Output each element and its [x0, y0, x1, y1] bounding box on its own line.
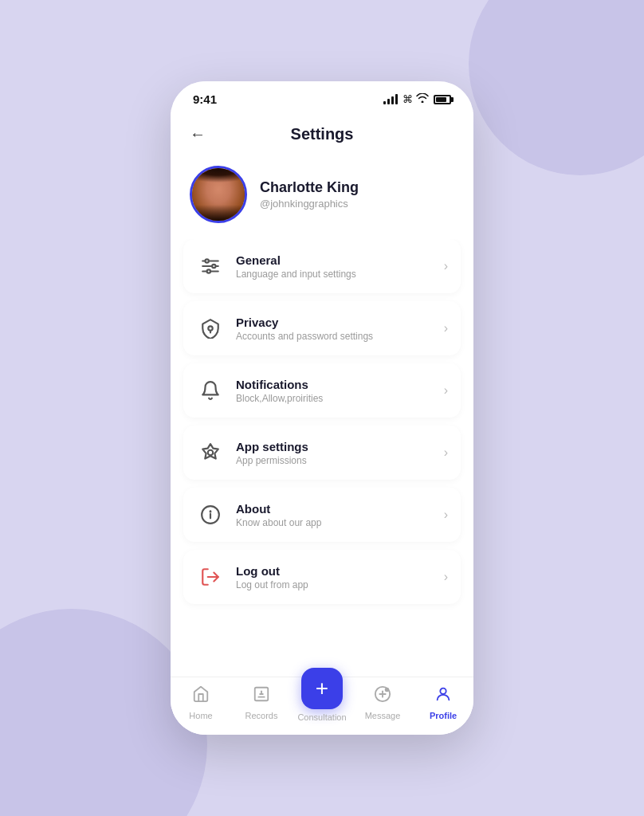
about-icon	[196, 500, 225, 529]
profile-info: Charlotte King @johnkinggraphics	[260, 179, 454, 210]
app-settings-title: App settings	[236, 440, 433, 453]
about-text: About Know about our app	[236, 502, 433, 528]
page-header: ← Settings	[171, 112, 473, 153]
settings-item-logout[interactable]: Log out Log out from app ›	[183, 550, 461, 604]
notifications-text: Notifications Block,Allow,proirities	[236, 378, 433, 404]
privacy-title: Privacy	[236, 316, 433, 329]
svg-marker-8	[202, 444, 218, 458]
svg-point-4	[212, 265, 215, 268]
page-title: Settings	[291, 125, 354, 143]
nav-item-records[interactable]: Records	[231, 685, 292, 720]
settings-list: General Language and input settings › Pr…	[171, 239, 473, 677]
home-label: Home	[189, 711, 212, 720]
records-icon	[253, 685, 270, 708]
avatar-hair-bottom	[192, 205, 245, 221]
nav-item-consultation[interactable]: + Consultation	[292, 684, 352, 722]
status-bar: 9:41 ⌘	[171, 81, 473, 112]
about-title: About	[236, 502, 433, 516]
signal-icon	[383, 94, 398, 104]
nav-item-home[interactable]: Home	[171, 685, 231, 720]
notifications-chevron: ›	[444, 383, 448, 398]
profile-handle: @johnkinggraphics	[260, 198, 454, 210]
status-time: 9:41	[193, 92, 217, 106]
profile-nav-icon	[434, 685, 452, 708]
status-icons: ⌘	[383, 93, 451, 105]
general-icon	[196, 252, 225, 280]
back-button[interactable]: ←	[190, 125, 206, 143]
about-subtitle: Know about our app	[236, 517, 433, 528]
phone-frame: 9:41 ⌘ ← Settings	[171, 81, 473, 735]
battery-icon	[434, 95, 451, 104]
privacy-icon	[196, 314, 225, 343]
app-settings-text: App settings App permissions	[236, 440, 433, 466]
avatar-image	[192, 168, 245, 221]
avatar-wrapper	[190, 166, 247, 223]
svg-point-3	[206, 259, 209, 262]
settings-item-privacy[interactable]: Privacy Accounts and password settings ›	[183, 301, 461, 355]
notifications-title: Notifications	[236, 378, 433, 391]
avatar-hair-top	[192, 168, 245, 192]
profile-section: Charlotte King @johnkinggraphics	[171, 153, 473, 239]
bg-decoration-top	[469, 0, 644, 175]
records-label: Records	[245, 711, 278, 720]
message-label: Message	[365, 711, 401, 720]
general-subtitle: Language and input settings	[236, 269, 433, 280]
app-settings-chevron: ›	[444, 445, 448, 460]
svg-text:+: +	[386, 688, 387, 692]
profile-label: Profile	[430, 711, 457, 720]
svg-point-5	[207, 269, 210, 273]
logout-text: Log out Log out from app	[236, 564, 433, 590]
privacy-chevron: ›	[444, 321, 448, 335]
notifications-subtitle: Block,Allow,proirities	[236, 393, 433, 404]
svg-point-9	[208, 450, 214, 456]
profile-name: Charlotte King	[260, 179, 454, 196]
app-settings-icon	[196, 438, 225, 467]
logout-title: Log out	[236, 564, 433, 578]
home-icon	[192, 685, 210, 708]
consultation-fab[interactable]: +	[301, 668, 343, 709]
logout-subtitle: Log out from app	[236, 579, 433, 590]
wifi-icon: ⌘	[402, 93, 429, 105]
privacy-text: Privacy Accounts and password settings	[236, 316, 433, 342]
bottom-nav: Home Records + Consultation	[171, 677, 473, 735]
app-settings-subtitle: App permissions	[236, 455, 433, 466]
message-icon: +	[374, 685, 391, 708]
nav-item-message[interactable]: + Message	[352, 685, 413, 720]
settings-item-general[interactable]: General Language and input settings ›	[183, 239, 461, 293]
phone-content: ← Settings Charlotte King @johnkinggraph…	[171, 112, 473, 735]
privacy-subtitle: Accounts and password settings	[236, 331, 433, 342]
settings-item-about[interactable]: About Know about our app ›	[183, 488, 461, 542]
settings-item-notifications[interactable]: Notifications Block,Allow,proirities ›	[183, 363, 461, 418]
settings-item-app-settings[interactable]: App settings App permissions ›	[183, 426, 461, 480]
general-title: General	[236, 253, 433, 267]
logout-chevron: ›	[444, 570, 448, 584]
general-text: General Language and input settings	[236, 253, 433, 280]
consultation-label: Consultation	[297, 712, 346, 722]
svg-point-23	[440, 688, 446, 694]
notifications-icon	[196, 376, 225, 405]
about-chevron: ›	[444, 508, 448, 522]
general-chevron: ›	[444, 259, 448, 273]
logout-icon	[196, 563, 225, 591]
nav-item-profile[interactable]: Profile	[413, 685, 473, 720]
